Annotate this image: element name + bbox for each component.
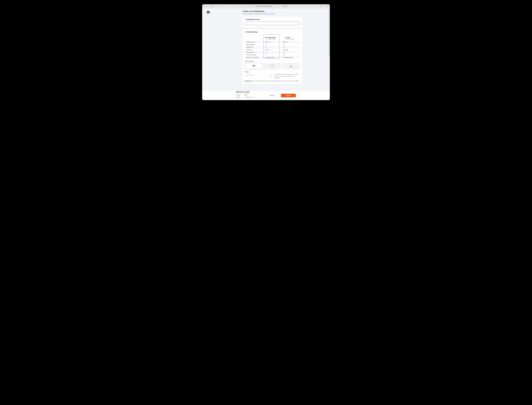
plan-option-cluster[interactable]: Clusterprice from $1300 (282, 34, 300, 41)
plan-cell (282, 46, 300, 48)
create-button[interactable]: Create (281, 94, 296, 97)
region-help-text: For optimal performance and reduced traf… (274, 74, 300, 79)
cost-summary: $185.42 per month Compute$182.50Storage$… (236, 91, 254, 100)
plan-row-sla: Reliability / SLA 99,5 % 99,95 % (245, 41, 300, 43)
scrollbar-track (329, 9, 330, 90)
footer-bar: $185.42 per month Compute$182.50Storage$… (202, 91, 330, 100)
plan-option-single-node[interactable]: Single-nodeprice from $190 (264, 34, 282, 41)
dropdown-chevron-icon[interactable] (214, 5, 216, 7)
plan-cell (264, 43, 282, 46)
azure-logo-icon (290, 65, 293, 68)
cancel-button[interactable]: Cancel (265, 94, 279, 97)
browser-window: ‹ › console.victoriametrics.cloud 文A (202, 4, 330, 100)
plan-comparison: Single-nodeprice from $190Clusterprice f… (245, 34, 300, 59)
svg-text:文: 文 (284, 6, 284, 7)
info-icon[interactable] (270, 41, 271, 43)
section-title: Deployment name (247, 19, 260, 20)
plan-cell: extraordinary high (264, 56, 282, 59)
documentation-link[interactable]: documentation (266, 13, 275, 14)
provider-gcp[interactable] (264, 63, 281, 69)
plan-cell (264, 51, 282, 54)
plan-cell: 99,95 % (282, 41, 300, 43)
check-icon (283, 52, 285, 53)
deployment-name-input[interactable] (245, 22, 300, 25)
section-title: Global settings (247, 31, 258, 33)
nav-forward-icon[interactable]: › (221, 6, 222, 7)
plan-cell (282, 43, 300, 46)
plan-cell: extraordinary high (282, 56, 300, 59)
vm-logo-icon[interactable] (206, 10, 210, 14)
check-icon (265, 54, 267, 55)
plan-row-label: Reliability / SLA (245, 41, 264, 43)
plan-row-label: Data replication (245, 51, 264, 54)
reload-icon[interactable] (286, 6, 287, 7)
browser-chrome: ‹ › console.victoriametrics.cloud 文A (202, 4, 330, 8)
sidebar-toggle-icon[interactable] (210, 5, 213, 7)
plan-cell: vertical (264, 48, 282, 51)
cost-line-network: Network ~ $1 ($0.09 per GB) (236, 97, 254, 100)
svg-rect-0 (211, 6, 212, 7)
check-icon (283, 44, 285, 45)
tabs-icon[interactable] (327, 5, 329, 7)
new-tab-icon[interactable] (324, 5, 325, 7)
check-icon (283, 47, 285, 48)
global-settings-card: Global settings Single-nodeprice from $1… (243, 29, 302, 84)
radio-icon (265, 37, 267, 38)
plan-row-label: High availability (245, 43, 264, 46)
double-chevron-icon (245, 19, 246, 20)
info-icon[interactable] (252, 49, 253, 50)
section-heading: Global settings (245, 31, 300, 33)
scrollbar-thumb[interactable] (329, 9, 330, 56)
plan-row-ha: High availability (245, 43, 300, 46)
cost-line-storage: Storage$2.92 (236, 95, 254, 97)
reader-icon[interactable]: 文A (283, 6, 285, 7)
app-sidebar (202, 8, 215, 100)
plan-cell: horizontal (282, 48, 300, 51)
svg-rect-15 (270, 42, 270, 42)
traffic-lights (203, 6, 208, 7)
gcp-logo-icon (271, 65, 274, 68)
svg-rect-9 (327, 6, 328, 7)
plan-row-label: Enterprise features (245, 54, 264, 56)
svg-rect-2 (254, 6, 255, 7)
svg-point-17 (253, 49, 253, 50)
url-bar[interactable]: console.victoriametrics.cloud 文A (238, 5, 288, 8)
plan-row-mt: Multitenancy (245, 46, 300, 48)
info-icon[interactable] (237, 99, 238, 100)
dash-icon (265, 45, 266, 45)
url-text: console.victoriametrics.cloud (256, 6, 272, 7)
double-chevron-icon (245, 31, 246, 33)
info-icon[interactable] (255, 41, 256, 43)
svg-rect-8 (327, 6, 328, 7)
dash-icon (265, 47, 266, 47)
svg-text:A: A (285, 6, 285, 7)
plan-row-ent: Enterprise features (245, 54, 300, 56)
check-icon (283, 54, 285, 55)
cost-line-compute: Compute$182.50 (236, 93, 254, 95)
region-select[interactable]: Select region (245, 74, 273, 77)
section-heading: Deployment name (245, 19, 300, 20)
plan-cell: 99,5 % (264, 41, 282, 43)
deployment-name-card: Deployment name (243, 17, 302, 27)
traffic-close[interactable] (203, 6, 205, 7)
svg-text:aws: aws (252, 64, 255, 67)
plan-cell (264, 54, 282, 56)
traffic-minimize[interactable] (205, 6, 206, 7)
radio-icon (283, 37, 285, 38)
traffic-zoom[interactable] (207, 6, 208, 7)
chevron-down-icon (270, 74, 272, 76)
aws-logo-icon: aws (251, 64, 257, 68)
share-icon[interactable] (320, 5, 322, 7)
plan-row-label: Multitenancy (245, 46, 264, 48)
plan-row-label: Efficiency / performance (245, 56, 264, 59)
region-placeholder: Select region (246, 74, 254, 76)
provider-azure[interactable] (282, 63, 300, 69)
plan-row-scal: Scalability verticalhorizontal (245, 48, 300, 51)
provider-aws[interactable]: aws (245, 63, 262, 69)
plan-cell (264, 46, 282, 48)
cloud-provider-label: Cloud provider (245, 61, 300, 62)
lock-icon (254, 6, 255, 7)
region-label: Region (245, 71, 300, 73)
nav-back-icon[interactable]: ‹ (219, 6, 220, 7)
svg-point-21 (237, 99, 237, 99)
